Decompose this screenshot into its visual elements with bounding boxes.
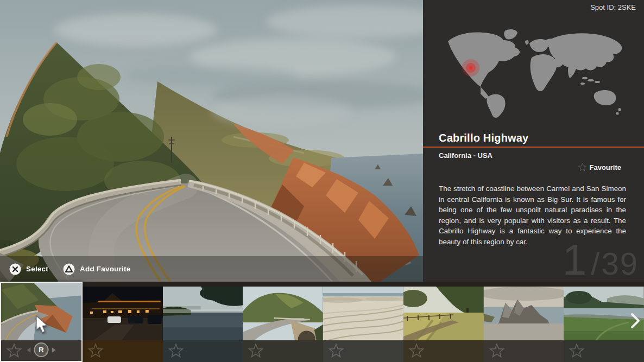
thumbnail-label-bar (83, 340, 163, 362)
star-icon (489, 343, 505, 359)
bixby-bridge-photo (0, 0, 423, 282)
scapes-spot-screen: Select Add Favourite Spot ID: 2SKE (0, 0, 644, 362)
spot-region: California - USA (439, 151, 493, 160)
thumbnail-tree-lined-path[interactable] (403, 282, 484, 362)
chevron-right-icon (52, 347, 55, 353)
thumbnail-label-bar (484, 340, 564, 362)
spot-description: The stretch of coastline between Carmel … (439, 183, 626, 247)
spot-id: Spot ID: 2SKE (590, 3, 636, 11)
star-icon (408, 343, 425, 359)
add-favourite-hint-label: Add Favourite (80, 265, 130, 273)
thumbnail-rocky-point[interactable] (484, 282, 564, 362)
favourite-label: Favourite (589, 163, 621, 172)
strip-next-chevron-icon[interactable] (630, 313, 640, 329)
counter-separator: / (591, 245, 599, 282)
cross-button-icon (9, 263, 21, 275)
add-favourite-hint[interactable]: Add Favourite (63, 263, 130, 275)
counter-current: 1 (563, 240, 587, 280)
star-icon (168, 343, 184, 359)
title-divider (423, 147, 644, 148)
thumbnail-label-bar (243, 340, 323, 362)
thumbnail-label-bar (323, 340, 403, 362)
thumbnail-label-bar (403, 340, 484, 362)
thumbnail-bixby-bridge-road[interactable]: R (0, 282, 83, 362)
star-icon (569, 343, 585, 359)
spot-title: Cabrillo Highway (439, 132, 528, 144)
thumbnail-sand-dunes[interactable] (323, 282, 403, 362)
star-icon (87, 343, 104, 359)
world-map (440, 27, 626, 119)
spot-thumbnail-strip: R (0, 282, 644, 362)
r-button[interactable]: R (34, 342, 48, 357)
select-hint-label: Select (26, 265, 48, 273)
star-icon (578, 163, 587, 172)
map-marker-icon (462, 59, 479, 77)
favourite-status: Favourite (578, 163, 621, 172)
spot-counter: 1 / 39 (563, 240, 639, 282)
thumbnail-bridge-side-view[interactable] (243, 282, 323, 362)
spot-info-panel: Spot ID: 2SKE (423, 0, 644, 282)
thumbnail-night-street[interactable] (83, 282, 163, 362)
star-icon (248, 343, 264, 359)
chevron-left-icon (27, 347, 30, 353)
thumbnail-label-bar: R (1, 340, 81, 361)
controller-hint-bar: Select Add Favourite (0, 256, 423, 282)
select-hint[interactable]: Select (9, 263, 48, 275)
star-icon (328, 343, 344, 359)
counter-total: 39 (601, 245, 639, 282)
r-stick-hint[interactable]: R (27, 342, 55, 357)
triangle-button-icon (63, 263, 75, 275)
mouse-cursor-icon (35, 315, 48, 334)
thumbnail-label-bar (564, 340, 644, 362)
thumbnail-misty-cove[interactable] (163, 282, 243, 362)
main-photo: Select Add Favourite (0, 0, 423, 282)
star-icon (6, 343, 22, 359)
thumbnail-label-bar (163, 340, 243, 362)
